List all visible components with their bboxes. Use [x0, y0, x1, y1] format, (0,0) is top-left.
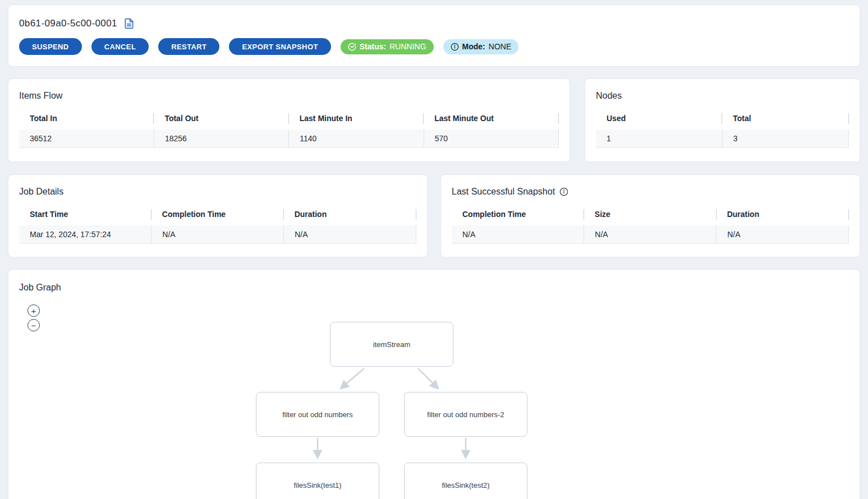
- table-header-row: Used Total: [596, 113, 849, 130]
- table-row: 1 3: [596, 130, 849, 148]
- graph-node-label: filesSink(test1): [293, 481, 341, 489]
- column-header-last-minute-in: Last Minute In: [289, 113, 424, 130]
- job-detail-page: 0b61-09a0-5c00-0001 SUSPEND CANCEL RESTA…: [0, 0, 868, 499]
- job-title-row: 0b61-09a0-5c00-0001: [19, 17, 849, 30]
- graph-node-label: filesSink(test2): [442, 481, 489, 489]
- stats-row-2: Job Details Start Time Completion Time D…: [8, 174, 860, 257]
- snapshot-size-value: N/A: [584, 225, 717, 244]
- graph-node-label: filter out odd numbers-2: [427, 410, 504, 419]
- items-flow-table: Total In Total Out Last Minute In Last M…: [19, 113, 559, 148]
- nodes-title: Nodes: [596, 91, 622, 101]
- job-details-title: Job Details: [19, 187, 63, 197]
- job-actions-row: SUSPEND CANCEL RESTART EXPORT SNAPSHOT S…: [19, 38, 849, 55]
- column-header-completion-time: Completion Time: [151, 209, 284, 225]
- column-header-total-out: Total Out: [154, 113, 288, 130]
- nodes-total-value: 3: [722, 130, 848, 148]
- job-details-table: Start Time Completion Time Duration Mar …: [19, 209, 416, 244]
- job-details-card: Job Details Start Time Completion Time D…: [8, 174, 428, 257]
- table-row: Mar 12, 2024, 17:57:24 N/A N/A: [19, 225, 416, 244]
- suspend-button[interactable]: SUSPEND: [19, 38, 82, 55]
- snapshot-completion-time-value: N/A: [452, 225, 584, 244]
- table-row: N/A N/A N/A: [452, 225, 849, 244]
- cancel-button[interactable]: CANCEL: [91, 38, 149, 55]
- last-minute-out-value: 570: [424, 130, 558, 148]
- graph-node-filessink-test1[interactable]: filesSink(test1): [256, 463, 379, 499]
- status-label: Status:: [360, 42, 386, 51]
- graph-node-label: filter out odd numbers: [282, 410, 353, 419]
- last-snapshot-card: Last Successful Snapshot Completion Time…: [440, 174, 860, 257]
- snapshot-duration-value: N/A: [717, 225, 849, 244]
- items-flow-title: Items Flow: [19, 91, 62, 101]
- restart-button[interactable]: RESTART: [158, 38, 219, 55]
- export-snapshot-button[interactable]: EXPORT SNAPSHOT: [229, 38, 330, 55]
- page-title: 0b61-09a0-5c00-0001: [19, 18, 117, 29]
- table-header-row: Total In Total Out Last Minute In Last M…: [19, 113, 559, 130]
- column-header-duration: Duration: [284, 209, 416, 225]
- total-in-value: 36512: [19, 130, 154, 148]
- items-flow-card: Items Flow Total In Total Out Last Minut…: [8, 78, 570, 162]
- table-row: 36512 18256 1140 570: [19, 130, 559, 148]
- graph-node-filter-odd-2[interactable]: filter out odd numbers-2: [404, 392, 527, 437]
- total-out-value: 18256: [154, 130, 288, 148]
- mode-badge: Mode: NONE: [443, 39, 519, 54]
- graph-node-itemstream[interactable]: itemStream: [330, 322, 453, 367]
- mode-value: NONE: [489, 42, 511, 51]
- status-badge: Status: RUNNING: [341, 39, 434, 54]
- job-graph-card: Job Graph + −: [8, 269, 860, 499]
- column-header-total: Total: [722, 113, 848, 130]
- column-header-completion-time: Completion Time: [452, 209, 584, 225]
- check-circle-icon: [348, 43, 356, 51]
- column-header-start-time: Start Time: [19, 209, 151, 225]
- table-header-row: Completion Time Size Duration: [452, 209, 849, 225]
- document-icon[interactable]: [123, 18, 135, 29]
- start-time-value: Mar 12, 2024, 17:57:24: [19, 225, 151, 244]
- last-snapshot-title: Last Successful Snapshot: [452, 187, 555, 197]
- column-header-size: Size: [584, 209, 717, 225]
- table-header-row: Start Time Completion Time Duration: [19, 209, 416, 225]
- job-graph-canvas[interactable]: itemStream filter out odd numbers filter…: [8, 270, 860, 499]
- job-header-card: 0b61-09a0-5c00-0001 SUSPEND CANCEL RESTA…: [8, 4, 860, 67]
- completion-time-value: N/A: [151, 225, 284, 244]
- mode-label: Mode:: [462, 42, 485, 51]
- last-snapshot-table: Completion Time Size Duration N/A N/A N/…: [452, 209, 849, 244]
- duration-value: N/A: [284, 225, 416, 244]
- column-header-total-in: Total In: [19, 113, 154, 130]
- stats-row-1: Items Flow Total In Total Out Last Minut…: [8, 78, 860, 162]
- column-header-last-minute-out: Last Minute Out: [424, 113, 558, 130]
- graph-node-filessink-test2[interactable]: filesSink(test2): [404, 463, 527, 499]
- nodes-table: Used Total 1 3: [596, 113, 849, 148]
- column-header-used: Used: [596, 113, 722, 130]
- last-minute-in-value: 1140: [289, 130, 424, 148]
- graph-node-label: itemStream: [373, 340, 410, 349]
- graph-node-filter-odd[interactable]: filter out odd numbers: [256, 392, 379, 437]
- nodes-card: Nodes Used Total 1 3: [585, 78, 860, 162]
- column-header-duration: Duration: [717, 209, 849, 225]
- status-value: RUNNING: [389, 42, 426, 51]
- nodes-used-value: 1: [596, 130, 722, 148]
- info-icon[interactable]: [559, 187, 568, 196]
- info-icon: [451, 43, 459, 51]
